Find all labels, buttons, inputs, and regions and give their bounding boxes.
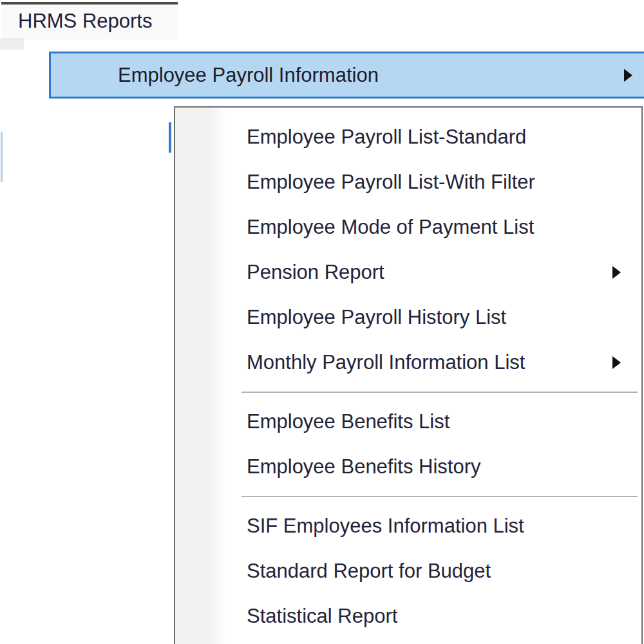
hrms-menu-screen: HRMS Reports Employee Payroll Informatio… (0, 0, 644, 644)
submenu-item-pension-report[interactable]: Pension Report (175, 250, 641, 295)
submenu-item-standard-report-for-budget[interactable]: Standard Report for Budget (175, 549, 641, 594)
submenu-item-list: Employee Payroll List-Standard Employee … (175, 108, 641, 639)
submenu-item-label: SIF Employees Information List (247, 515, 524, 537)
submenu-item-employee-payroll-list-standard[interactable]: Employee Payroll List-Standard (175, 115, 641, 160)
submenu-arrow-icon (624, 69, 632, 82)
submenu-item-employee-payroll-history-list[interactable]: Employee Payroll History List (175, 295, 641, 340)
submenu-item-monthly-payroll-information-list[interactable]: Monthly Payroll Information List (175, 340, 641, 385)
submenu-item-label: Employee Payroll List-Standard (247, 126, 526, 148)
submenu-item-sif-employees-information-list[interactable]: SIF Employees Information List (175, 504, 641, 549)
submenu-item-label: Employee Benefits List (247, 410, 450, 433)
submenu-item-label: Monthly Payroll Information List (247, 351, 525, 374)
menu-panel-left-border (1, 132, 3, 182)
menu-separator (242, 496, 638, 497)
submenu-item-employee-mode-of-payment-list[interactable]: Employee Mode of Payment List (175, 205, 641, 250)
submenu-item-label: Employee Mode of Payment List (247, 216, 534, 238)
menu-item-label: Employee Payroll Information (118, 53, 379, 97)
submenu-item-employee-payroll-list-with-filter[interactable]: Employee Payroll List-With Filter (175, 160, 641, 205)
submenu-item-label: Employee Payroll List-With Filter (247, 171, 535, 193)
submenu-item-label: Employee Benefits History (247, 455, 481, 478)
submenu-item-label: Employee Payroll History List (247, 306, 506, 328)
submenu-arrow-icon (612, 356, 621, 369)
menu-item-employee-payroll-information[interactable]: Employee Payroll Information (49, 52, 644, 99)
submenu-item-label: Statistical Report (247, 605, 397, 627)
submenu-connector-line (169, 122, 171, 153)
submenu-item-label: Pension Report (247, 261, 384, 283)
submenu-item-employee-benefits-history[interactable]: Employee Benefits History (175, 444, 641, 489)
submenu-item-employee-benefits-list[interactable]: Employee Benefits List (175, 399, 641, 444)
menubar-item-hrms-reports[interactable]: HRMS Reports (1, 2, 178, 39)
submenu-panel: Employee Payroll List-Standard Employee … (174, 106, 643, 644)
menu-separator (242, 392, 638, 393)
submenu-item-statistical-report[interactable]: Statistical Report (175, 594, 641, 639)
submenu-arrow-icon (612, 266, 621, 279)
menu-panel-corner-fragment (0, 38, 24, 50)
submenu-item-label: Standard Report for Budget (247, 560, 491, 582)
